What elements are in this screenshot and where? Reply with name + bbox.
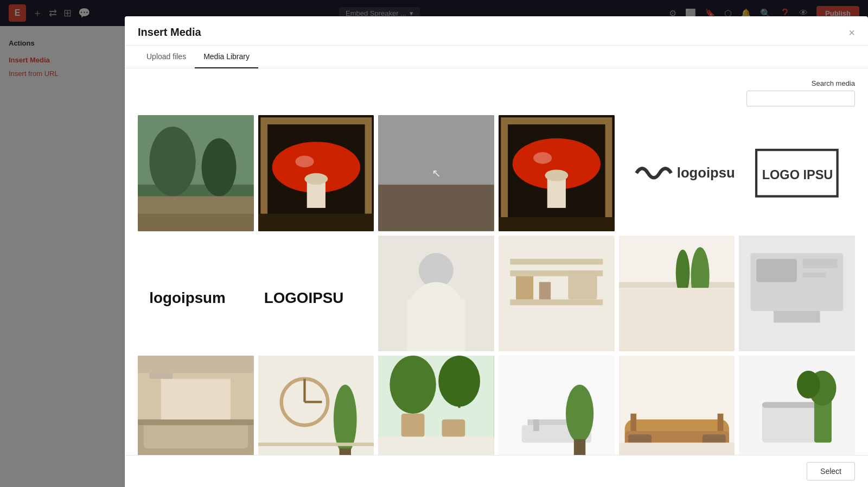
svg-rect-39	[516, 276, 533, 299]
svg-rect-50	[774, 311, 820, 322]
cursor-indicator: ↖	[432, 167, 441, 180]
svg-rect-53	[803, 273, 826, 277]
media-item-14[interactable]	[258, 356, 374, 455]
svg-text:logoipsum: logoipsum	[676, 165, 735, 180]
svg-rect-58	[161, 379, 231, 420]
svg-text:logoipsum: logoipsum	[149, 289, 225, 306]
media-item-18[interactable]	[739, 356, 855, 455]
modal-tabs: Upload files Media Library	[125, 46, 868, 68]
insert-media-modal: Insert Media × Upload files Media Librar…	[125, 16, 868, 487]
media-item-1[interactable]	[138, 115, 254, 231]
svg-rect-73	[401, 414, 425, 437]
svg-text:LOGOIPSU: LOGOIPSU	[264, 289, 343, 306]
modal-body: Search media	[125, 68, 868, 455]
svg-rect-89	[717, 414, 723, 431]
select-button[interactable]: Select	[807, 462, 855, 480]
svg-rect-88	[630, 414, 636, 431]
media-item-7[interactable]: logoipsum	[138, 236, 254, 352]
media-item-4[interactable]	[499, 115, 615, 231]
svg-point-9	[295, 156, 314, 167]
svg-point-81	[566, 385, 593, 443]
svg-rect-51	[756, 258, 797, 282]
modal-title: Insert Media	[138, 26, 201, 39]
svg-rect-34	[407, 299, 465, 351]
svg-point-71	[390, 356, 436, 414]
media-item-13[interactable]	[138, 356, 254, 455]
media-item-5[interactable]: logoipsum	[619, 115, 735, 231]
media-item-15[interactable]	[378, 356, 494, 455]
svg-rect-47	[619, 288, 735, 352]
tab-media-library[interactable]: Media Library	[195, 46, 258, 68]
svg-rect-36	[510, 258, 603, 264]
svg-rect-40	[539, 282, 551, 299]
svg-rect-38	[510, 299, 603, 305]
svg-rect-14	[378, 185, 494, 231]
modal-close-button[interactable]: ×	[848, 27, 855, 38]
svg-rect-21	[499, 217, 615, 231]
svg-point-72	[438, 356, 480, 407]
svg-rect-60	[138, 356, 254, 373]
svg-rect-41	[568, 270, 597, 299]
search-container: Search media	[746, 79, 855, 106]
image-grid: ↖ logoipsum	[138, 115, 855, 455]
svg-rect-5	[138, 214, 254, 231]
media-item-12[interactable]	[739, 236, 855, 352]
media-item-11[interactable]	[619, 236, 735, 352]
media-item-17[interactable]	[619, 356, 735, 455]
media-item-16[interactable]	[499, 356, 615, 455]
svg-rect-82	[574, 439, 585, 455]
svg-rect-57	[138, 420, 254, 426]
svg-rect-59	[149, 373, 173, 379]
search-input[interactable]	[746, 91, 855, 106]
svg-point-18	[533, 152, 552, 163]
svg-rect-74	[442, 420, 465, 437]
media-item-10[interactable]	[499, 236, 615, 352]
svg-rect-66	[339, 448, 350, 455]
svg-point-20	[545, 169, 568, 181]
svg-rect-75	[378, 437, 494, 455]
svg-rect-12	[258, 214, 374, 231]
svg-point-3	[202, 138, 237, 197]
svg-point-96	[797, 371, 820, 399]
tab-upload-files[interactable]: Upload files	[138, 46, 195, 68]
svg-rect-92	[762, 402, 820, 443]
svg-point-2	[149, 127, 195, 196]
media-item-9[interactable]	[378, 236, 494, 352]
svg-rect-61	[258, 356, 374, 455]
svg-rect-90	[619, 443, 735, 455]
svg-rect-52	[803, 258, 838, 268]
search-label: Search media	[812, 79, 855, 87]
media-item-2[interactable]	[258, 115, 374, 231]
svg-rect-93	[762, 402, 820, 408]
modal-header: Insert Media ×	[125, 16, 868, 46]
svg-rect-79	[533, 420, 539, 431]
svg-rect-67	[258, 443, 374, 446]
media-item-3[interactable]: ↖	[378, 115, 494, 231]
media-item-8[interactable]: LOGOIPSU	[258, 236, 374, 352]
svg-point-11	[304, 173, 328, 185]
modal-footer: Select	[125, 455, 868, 487]
search-area: Search media	[138, 79, 855, 106]
media-item-6[interactable]: LOGO IPSU	[739, 115, 855, 231]
svg-text:LOGO IPSU: LOGO IPSU	[762, 168, 833, 182]
